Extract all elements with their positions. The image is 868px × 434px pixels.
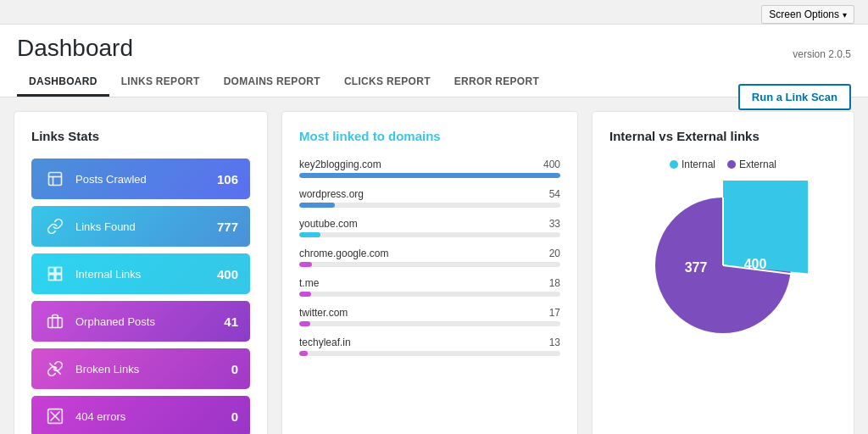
orphaned-posts-icon [43,309,67,333]
domain-name: t.me [299,277,319,289]
404-errors-icon [43,404,67,428]
stat-404-errors: 404 errors 0 [31,396,250,434]
version-label: version 2.0.5 [793,48,851,60]
broken-links-value: 0 [231,362,238,376]
svg-rect-5 [49,275,55,281]
links-found-value: 777 [217,220,238,234]
domain-bar-track [299,351,560,356]
domain-row: key2blogging.com 400 [299,159,560,178]
domain-bar-track [299,173,560,178]
internal-links-icon [43,262,67,286]
tab-clicks-report[interactable]: CLICKS REPORT [332,69,442,97]
stat-broken-links: Broken Links 0 [31,348,250,389]
domain-bar-track [299,292,560,297]
domain-row: chrome.google.com 20 [299,248,560,267]
domain-name: twitter.com [299,307,348,319]
links-stats-title: Links Stats [31,129,250,143]
domain-bar-fill [299,351,308,356]
domain-row: youtube.com 33 [299,218,560,237]
chart-panel: Internal vs External links Internal Exte… [592,111,854,434]
internal-links-label: Internal Links [75,268,217,281]
tab-error-report[interactable]: ERROR REPORT [442,69,551,97]
stat-internal-links: Internal Links 400 [31,253,250,294]
svg-rect-7 [48,318,63,328]
internal-legend-label: Internal [682,159,715,170]
domain-count: 18 [549,277,560,289]
posts-crawled-icon [43,167,67,191]
domains-panel: Most linked to domains key2blogging.com … [281,111,578,434]
domains-title-highlight: domains [388,129,441,143]
domain-row: techyleaf.in 13 [299,337,560,356]
stat-orphaned-posts: Orphaned Posts 41 [31,301,250,342]
legend-external: External [727,159,776,170]
posts-crawled-value: 106 [217,172,238,186]
domains-title-prefix: Most linked to [299,129,388,143]
domain-bar-fill [299,262,312,267]
links-found-label: Links Found [75,220,217,233]
svg-rect-0 [49,173,62,186]
pie-chart: 377 400 [638,181,808,350]
domain-name: wordpress.org [299,188,364,200]
chart-title: Internal vs External links [609,129,837,143]
domain-row: t.me 18 [299,277,560,297]
domain-count: 20 [549,248,560,259]
tab-links-report[interactable]: LINKS REPORT [109,69,212,97]
domain-count: 400 [543,159,560,170]
svg-line-8 [49,363,60,374]
internal-chart-label: 400 [744,257,767,271]
orphaned-posts-label: Orphaned Posts [75,315,224,328]
nav-tabs: DASHBOARD LINKS REPORT DOMAINS REPORT CL… [17,69,851,97]
links-stats-panel: Links Stats Posts Crawled 106 Links Foun… [14,111,268,434]
internal-links-value: 400 [217,267,238,281]
404-errors-value: 0 [231,409,238,424]
domain-count: 33 [549,218,560,230]
external-legend-label: External [739,159,776,170]
domains-title: Most linked to domains [299,129,560,143]
svg-rect-4 [56,268,62,274]
tab-domains-report[interactable]: DOMAINS REPORT [212,69,332,97]
screen-options-button[interactable]: Screen Options [761,5,854,24]
page-title: Dashboard [17,35,851,62]
stat-links-found: Links Found 777 [31,206,250,247]
domain-bar-fill [299,321,310,326]
domain-bar-fill [299,203,335,208]
domain-bar-track [299,203,560,208]
domain-bar-fill [299,292,311,297]
domain-count: 13 [549,337,560,348]
domain-bar-track [299,321,560,326]
domain-name: techyleaf.in [299,337,351,348]
domain-row: twitter.com 17 [299,307,560,326]
broken-links-label: Broken Links [75,363,231,376]
external-legend-dot [727,160,736,169]
domain-bar-track [299,232,560,237]
domain-bar-track [299,262,560,267]
posts-crawled-label: Posts Crawled [75,173,217,186]
svg-rect-3 [49,268,55,274]
domain-bar-fill [299,232,320,237]
chart-legend: Internal External [609,159,837,170]
stat-posts-crawled: Posts Crawled 106 [31,159,250,199]
domain-name: chrome.google.com [299,248,388,259]
external-chart-label: 377 [685,260,708,275]
domain-name: youtube.com [299,218,358,230]
broken-links-icon [43,357,67,381]
tab-dashboard[interactable]: DASHBOARD [17,69,109,97]
domain-name: key2blogging.com [299,159,381,170]
links-found-icon [43,214,67,238]
domain-bar-fill [299,173,560,178]
domain-count: 17 [549,307,560,319]
internal-legend-dot [670,160,678,169]
domain-count: 54 [549,188,560,200]
404-errors-label: 404 errors [75,410,231,423]
domain-row: wordpress.org 54 [299,188,560,208]
svg-rect-6 [56,275,62,281]
legend-internal: Internal [670,159,715,170]
orphaned-posts-value: 41 [224,314,238,329]
